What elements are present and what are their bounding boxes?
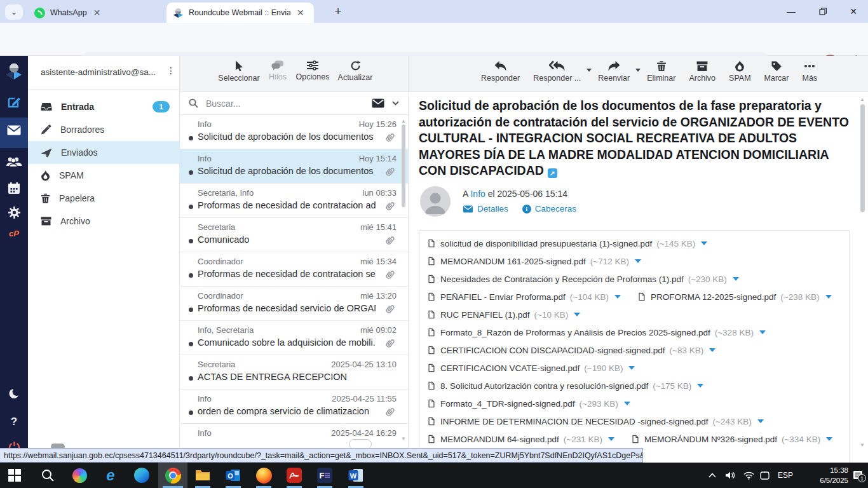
headers-link[interactable]: Cabeceras	[535, 204, 576, 214]
firefox-icon[interactable]	[255, 467, 272, 484]
settings-gear-icon[interactable]	[0, 206, 28, 219]
caret-down-icon[interactable]	[697, 384, 703, 388]
message-list-item[interactable]: Secretaria, Infolun 08:33 Proformas de n…	[180, 184, 408, 218]
message-list-item[interactable]: Info2025-04-25 11:55 orden de compra ser…	[180, 390, 408, 424]
message-list-item-selected[interactable]: InfoHoy 15:14 Solicitud de aprobación de…	[180, 149, 408, 184]
attachment-link[interactable]: solicitud de disponibilidad presupuestar…	[427, 238, 707, 248]
caret-down-icon[interactable]	[624, 402, 630, 405]
tab-search-button[interactable]: ⌄	[5, 4, 23, 20]
attachment-link[interactable]: MEMORÁNDUM Nº326-signed.pdf(~334 KB)	[631, 434, 832, 444]
delete-button[interactable]: Eliminar	[643, 60, 679, 83]
fes-app-icon[interactable]: F	[316, 467, 333, 484]
tab-whatsapp[interactable]: WhatsApp ✕	[28, 4, 166, 22]
tray-chevron-icon[interactable]	[709, 463, 716, 488]
search-scope-mail-icon[interactable]	[372, 98, 384, 108]
attachment-link[interactable]: CERTIFICACION VCATE-signed.pdf(~190 KB)	[427, 363, 635, 373]
dark-mode-moon-icon[interactable]	[0, 388, 28, 400]
caret-down-icon[interactable]	[608, 437, 614, 441]
attachment-link[interactable]: MEMORANDUM 64-signed.pdf(~231 KB)	[427, 434, 614, 444]
forward-caret-icon[interactable]	[635, 69, 641, 72]
tab-roundcube[interactable]: Roundcube Webmail :: Enviados ✕	[166, 3, 314, 23]
spam-button[interactable]: SPAM	[725, 60, 755, 83]
attachment-link[interactable]: INFORME DE DETERMINACION DE NECESIDAD -s…	[427, 416, 764, 426]
tray-app-icon[interactable]	[760, 463, 770, 488]
folder-entrada[interactable]: Entrada 1	[28, 95, 180, 118]
message-list-item[interactable]: Info, Secretariamié 09:02 Comunicado sob…	[180, 321, 408, 355]
attachment-link[interactable]: PROFORMA 12-2025-signed.pdf(~238 KB)	[637, 292, 832, 302]
calendar-icon[interactable]	[0, 182, 28, 194]
list-scroll-up-arrow[interactable]: ▲	[401, 118, 406, 124]
message-list-item[interactable]: InfoHoy 15:26 Solicitud de aprobación de…	[180, 115, 408, 149]
mail-icon[interactable]	[0, 125, 28, 135]
caret-down-icon[interactable]	[574, 313, 580, 316]
forward-button[interactable]: Reenviar	[594, 60, 637, 83]
folder-papelera[interactable]: Papelera	[28, 187, 180, 210]
attachment-link[interactable]: CERTIFICACION CON DISCAPACIDAD-signed-si…	[427, 345, 715, 355]
folder-archivo[interactable]: Archivo	[28, 210, 180, 233]
new-tab-button[interactable]: +	[330, 4, 346, 20]
caret-down-icon[interactable]	[733, 277, 739, 281]
restore-button[interactable]	[808, 0, 837, 23]
file-explorer-icon[interactable]	[194, 467, 211, 484]
refresh-button[interactable]: Actualizar	[332, 60, 378, 82]
reply-all-button[interactable]: Responder ...	[529, 60, 588, 83]
folder-spam[interactable]: SPAM	[28, 164, 180, 187]
edge-icon[interactable]	[133, 467, 150, 484]
more-button[interactable]: Más	[798, 60, 821, 83]
search-options-chevron-icon[interactable]	[392, 101, 399, 105]
internet-explorer-icon[interactable]: e	[102, 467, 119, 484]
chrome-icon[interactable]	[165, 467, 181, 484]
message-list-item[interactable]: Coordinadormié 13:20 Proformas de necesi…	[180, 287, 408, 321]
message-list-item[interactable]: Coordinadormié 15:34 Proformas de necesi…	[180, 252, 408, 287]
mark-button[interactable]: Marcar	[761, 60, 793, 83]
taskbar-clock[interactable]: 15:38 6/5/2025	[810, 465, 848, 485]
attachment-link[interactable]: 8. Solicitud Autorización contra y resol…	[427, 381, 703, 391]
caret-down-icon[interactable]	[759, 330, 766, 334]
caret-down-icon[interactable]	[826, 437, 832, 441]
language-indicator[interactable]: ESP	[778, 463, 793, 488]
attachment-link[interactable]: Formato_4_TDR-signed-signed.pdf(~293 KB)	[427, 398, 630, 409]
close-button[interactable]: ✕	[839, 0, 868, 23]
notification-center-icon[interactable]: 1	[853, 463, 864, 488]
caret-down-icon[interactable]	[635, 259, 641, 263]
outlook-icon[interactable]: O	[225, 467, 241, 484]
select-button[interactable]: Seleccionar	[216, 60, 262, 83]
message-scrollbar-thumb[interactable]	[860, 104, 865, 212]
message-scroll-down-arrow[interactable]: ▼	[860, 442, 865, 448]
attachment-link[interactable]: PEÑAFIEL - Enviar Proforma.pdf(~104 KB)	[427, 292, 621, 302]
start-button[interactable]	[6, 467, 23, 484]
cpanel-logo[interactable]: cP	[0, 229, 28, 238]
details-link[interactable]: Detalles	[477, 204, 508, 214]
acrobat-icon[interactable]	[286, 467, 302, 484]
caret-down-icon[interactable]	[825, 295, 832, 299]
message-list-item[interactable]: Secretaria2025-04-25 13:10 ACTAS DE ENTR…	[180, 355, 408, 390]
caret-down-icon[interactable]	[709, 348, 715, 352]
caret-down-icon[interactable]	[701, 241, 707, 245]
help-icon[interactable]: ?	[0, 416, 28, 428]
folder-borradores[interactable]: Borradores	[28, 118, 180, 141]
list-scroll-down-arrow[interactable]: ▼	[401, 436, 406, 442]
wifi-icon[interactable]	[743, 463, 754, 488]
message-list-item[interactable]: Secretariamié 15:41 Comunicado	[180, 218, 408, 252]
list-scrollbar-thumb[interactable]	[402, 125, 405, 207]
tab-close-icon[interactable]: ✕	[93, 8, 101, 18]
reply-button[interactable]: Responder	[477, 60, 524, 83]
minimize-button[interactable]: —	[776, 0, 806, 23]
folder-enviados[interactable]: Enviados	[28, 141, 180, 164]
archive-button[interactable]: Archivo	[685, 60, 719, 83]
caret-down-icon[interactable]	[757, 419, 764, 423]
attachment-link[interactable]: Formato_8_Razón de Proformas y Análisis …	[427, 327, 766, 337]
contacts-icon[interactable]	[0, 156, 28, 168]
message-scroll-up-arrow[interactable]: ▲	[860, 97, 865, 102]
word-icon[interactable]: W	[348, 467, 364, 484]
caret-down-icon[interactable]	[628, 366, 635, 370]
recipient-link[interactable]: Info	[470, 189, 485, 199]
external-link-icon[interactable]: ↗	[548, 168, 557, 178]
attachment-link[interactable]: Necesidades de Contratación y Recepción …	[427, 274, 739, 284]
compose-icon[interactable]	[0, 95, 28, 109]
options-button[interactable]: Opciones	[294, 60, 332, 81]
attachment-link[interactable]: MEMORANDUM 161-2025-signed.pdf(~712 KB)	[427, 256, 641, 266]
caret-down-icon[interactable]	[614, 295, 621, 299]
search-bar[interactable]: Buscar...	[180, 92, 408, 115]
tab-close-icon[interactable]: ✕	[297, 8, 304, 18]
